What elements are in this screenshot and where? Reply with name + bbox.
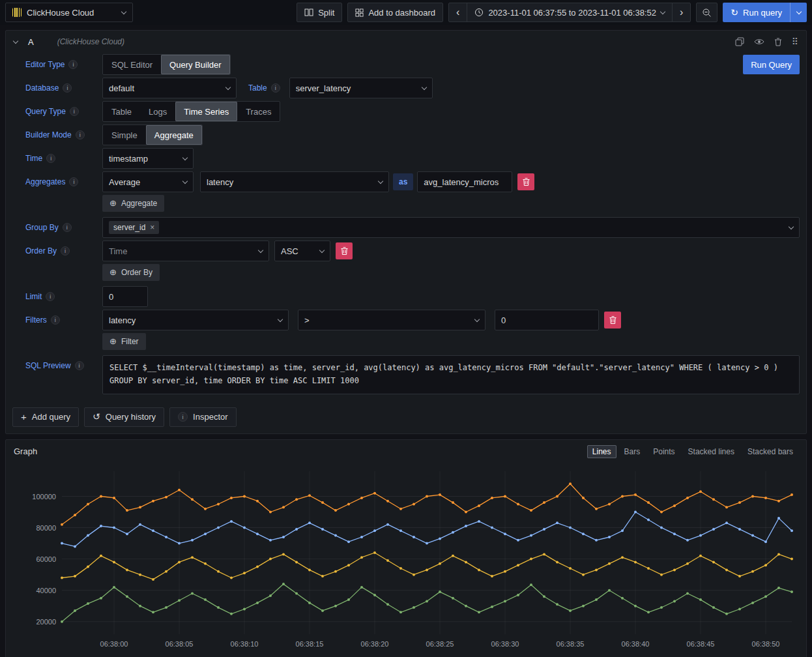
- info-icon[interactable]: [70, 107, 79, 116]
- filter-value-input[interactable]: [495, 310, 599, 330]
- group-by-multiselect[interactable]: server_id: [102, 217, 800, 238]
- query-header-actions: [735, 36, 798, 47]
- graph-panel-title: Graph: [14, 446, 37, 456]
- chevron-down-icon: [278, 316, 283, 321]
- label-text: Aggregates: [25, 177, 65, 186]
- order-by-direction-select[interactable]: ASC: [274, 241, 330, 261]
- mode-lines[interactable]: Lines: [587, 445, 616, 458]
- query-type-option-time-series[interactable]: Time Series: [175, 102, 237, 121]
- aggregate-column-value: latency: [207, 177, 373, 187]
- mode-bars[interactable]: Bars: [619, 445, 646, 458]
- remove-order-by-button[interactable]: [336, 242, 353, 259]
- remove-tag-icon[interactable]: [150, 223, 154, 232]
- time-range-forward-button[interactable]: [672, 3, 691, 22]
- info-icon[interactable]: [75, 361, 84, 370]
- time-range-picker[interactable]: 2023-11-01 06:37:55 to 2023-11-01 06:38:…: [467, 3, 673, 22]
- info-icon[interactable]: [46, 154, 55, 163]
- drag-handle[interactable]: [792, 36, 798, 47]
- order-by-field-select[interactable]: Time: [102, 241, 269, 261]
- group-by-row: Group By server_id: [25, 217, 800, 238]
- info-icon[interactable]: [68, 60, 78, 69]
- editor-type-label: Editor Type: [25, 60, 102, 69]
- run-query-button[interactable]: Run query: [723, 3, 807, 22]
- label-text: Table: [248, 83, 267, 93]
- plus-circle-icon: [109, 268, 117, 277]
- info-icon[interactable]: [69, 177, 78, 186]
- time-range-controls: 2023-11-01 06:37:55 to 2023-11-01 06:38:…: [448, 3, 691, 22]
- limit-input[interactable]: [102, 286, 148, 307]
- query-type-option-table[interactable]: Table: [103, 102, 140, 121]
- info-icon[interactable]: [46, 292, 55, 301]
- datasource-picker[interactable]: ClickHouse Cloud: [5, 3, 133, 22]
- zoom-out-button[interactable]: [696, 3, 718, 22]
- graph-panel: Graph Lines Bars Points Stacked lines St…: [5, 439, 807, 657]
- time-range-text: 2023-11-01 06:37:55 to 2023-11-01 06:38:…: [488, 8, 656, 18]
- svg-text:06:38:00: 06:38:00: [100, 640, 128, 648]
- sql-preview-text: SELECT $__timeInterval(timestamp) as tim…: [102, 355, 800, 394]
- editor-type-option-query-builder[interactable]: Query Builder: [161, 55, 229, 74]
- builder-mode-option-simple[interactable]: Simple: [103, 125, 146, 145]
- add-order-by-button[interactable]: Order By: [102, 264, 160, 281]
- inspector-button[interactable]: Inspector: [169, 407, 236, 427]
- history-icon: [93, 412, 100, 422]
- query-history-button[interactable]: Query history: [84, 407, 164, 427]
- group-by-tag-label: server_id: [113, 223, 145, 232]
- dashboard-grid-icon: [355, 8, 364, 17]
- info-icon[interactable]: [63, 223, 72, 232]
- sql-preview-label: SQL Preview: [25, 361, 102, 370]
- chevron-down-icon: [121, 8, 126, 14]
- remove-filter-button[interactable]: [604, 312, 621, 328]
- editor-type-option-sql-editor[interactable]: SQL Editor: [103, 55, 161, 74]
- info-icon[interactable]: [76, 130, 85, 139]
- svg-text:100000: 100000: [32, 492, 56, 500]
- toggle-visibility-eye-icon[interactable]: [754, 38, 764, 46]
- run-query-dropdown[interactable]: [790, 3, 807, 22]
- aggregate-column-select[interactable]: latency: [200, 171, 389, 192]
- trash-icon: [609, 316, 616, 324]
- builder-mode-row: Builder Mode Simple Aggregate: [25, 124, 800, 145]
- aggregate-function-select[interactable]: Average: [102, 171, 194, 192]
- table-value: server_latency: [296, 83, 417, 93]
- query-type-option-traces[interactable]: Traces: [237, 102, 280, 121]
- chevron-down-icon: [182, 154, 188, 160]
- delete-query-icon[interactable]: [774, 38, 782, 46]
- filter-operator-select[interactable]: >: [298, 310, 486, 330]
- mode-stacked-bars[interactable]: Stacked bars: [742, 445, 798, 458]
- svg-text:06:38:30: 06:38:30: [491, 640, 519, 648]
- info-icon[interactable]: [63, 83, 72, 93]
- aggregate-alias-input[interactable]: [417, 171, 512, 192]
- add-filter-button[interactable]: Filter: [102, 333, 146, 350]
- refresh-icon: [731, 8, 738, 18]
- time-column-select[interactable]: timestamp: [102, 148, 194, 169]
- chevron-down-icon: [789, 224, 794, 229]
- run-query-panel-button[interactable]: Run Query: [743, 55, 800, 74]
- mode-points[interactable]: Points: [648, 445, 680, 458]
- database-row: Database default Table server_latency: [25, 78, 800, 98]
- info-icon[interactable]: [271, 83, 280, 93]
- query-history-label: Query history: [106, 412, 156, 422]
- label-text: Limit: [25, 292, 42, 301]
- time-range-back-button[interactable]: [448, 3, 467, 22]
- filter-operator-value: >: [304, 315, 470, 325]
- query-type-option-logs[interactable]: Logs: [140, 102, 175, 121]
- add-to-dashboard-button[interactable]: Add to dashboard: [347, 3, 443, 22]
- collapse-toggle-icon[interactable]: [13, 38, 18, 43]
- split-button[interactable]: Split: [297, 3, 342, 22]
- remove-aggregate-button[interactable]: [517, 173, 534, 190]
- mode-stacked-lines[interactable]: Stacked lines: [683, 445, 740, 458]
- table-select[interactable]: server_latency: [289, 78, 433, 98]
- database-select[interactable]: default: [102, 78, 237, 98]
- trash-icon: [341, 247, 348, 255]
- filter-column-select[interactable]: latency: [102, 310, 289, 330]
- duplicate-query-icon[interactable]: [735, 37, 744, 46]
- add-query-button[interactable]: Add query: [12, 407, 79, 427]
- info-icon[interactable]: [51, 315, 60, 325]
- aggregate-function-value: Average: [109, 177, 178, 187]
- builder-mode-option-aggregate[interactable]: Aggregate: [146, 125, 202, 145]
- add-aggregate-button[interactable]: Aggregate: [102, 195, 164, 212]
- info-icon[interactable]: [61, 246, 70, 256]
- trash-icon: [523, 178, 530, 186]
- top-bar: ClickHouse Cloud Split Add to dashboard …: [0, 0, 812, 25]
- svg-text:06:38:15: 06:38:15: [296, 640, 324, 648]
- group-by-tag[interactable]: server_id: [109, 221, 159, 234]
